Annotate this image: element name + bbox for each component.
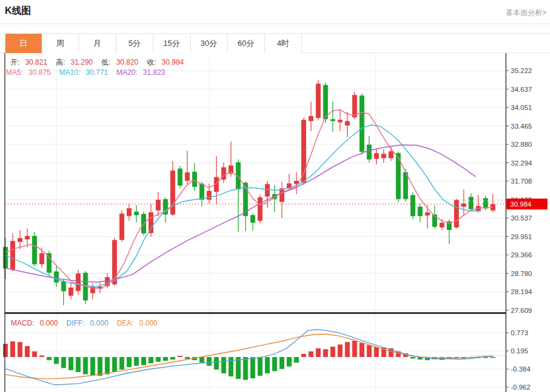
candle-body [411, 195, 415, 216]
price-tick-label: 31.708 [511, 178, 532, 185]
candle-body [330, 119, 335, 121]
candle-body [483, 198, 488, 208]
price-tick-label: 30.537 [511, 214, 532, 222]
legend-label: MACD: [11, 319, 36, 327]
tab-period-5[interactable]: 30分 [191, 34, 228, 53]
macd-legend: MACD: 0.000DIFF: 0.000DEA: 0.000 [11, 319, 166, 327]
kline-page: 35.22234.63734.05133.46532.88032.29431.7… [0, 0, 550, 392]
legend-value: 0.000 [40, 319, 58, 327]
candle-body [177, 169, 182, 185]
legend-value: 30.821 [25, 58, 48, 66]
legend-value: 31.823 [143, 68, 165, 77]
macd-bar [294, 357, 299, 362]
legend-label: 开: [10, 58, 22, 66]
dea-line [5, 334, 493, 379]
macd-bar [214, 357, 219, 370]
price-tick-label: 32.880 [511, 141, 532, 148]
tab-period-4[interactable]: 15分 [153, 34, 191, 53]
candle-body [389, 151, 394, 158]
legend-value: 30.820 [116, 58, 138, 66]
macd-bar [141, 357, 146, 365]
macd-bar [105, 357, 110, 374]
macd-bar [258, 357, 263, 376]
macd-bar [345, 342, 350, 357]
tab-period-1[interactable]: 周 [42, 34, 80, 53]
candle-body [374, 153, 379, 159]
tab-period-3[interactable]: 5分 [117, 34, 154, 53]
macd-bar [330, 347, 335, 357]
pane-separator [5, 312, 506, 314]
candle-body [61, 281, 66, 291]
macd-bar [3, 344, 8, 357]
macd-bar [229, 357, 234, 376]
macd-bar [68, 357, 73, 370]
ohlc-legend: 开: 30.821高: 31.290低: 30.820收: 30.984 [10, 57, 193, 68]
candle-body [258, 198, 263, 221]
candle-body [251, 215, 255, 223]
price-tick-label: 35.222 [511, 67, 532, 74]
price-tick-label: 28.194 [511, 288, 532, 295]
macd-bar [54, 357, 59, 364]
price-tick-label: 28.780 [511, 270, 532, 277]
macd-bar [359, 343, 364, 357]
macd-bar [25, 346, 30, 357]
candle-body [192, 172, 197, 187]
macd-bar [483, 357, 488, 358]
macd-bar [374, 347, 379, 358]
tab-period-6[interactable]: 60分 [228, 34, 265, 53]
legend-label: 高: [56, 58, 67, 66]
price-tick-label: 34.637 [511, 86, 532, 93]
candle-body [199, 184, 204, 200]
candle-body [39, 253, 44, 264]
legend-label: 收: [147, 58, 158, 66]
macd-bar [206, 357, 211, 366]
legend-value: 30.984 [162, 58, 184, 66]
fundamental-analysis-link[interactable]: 基本面分析> [506, 8, 546, 18]
macd-bar [352, 341, 357, 357]
candle-body [403, 172, 408, 199]
candle-body [76, 274, 81, 291]
ma5-line [5, 110, 493, 289]
price-tick-label: 34.051 [511, 104, 532, 111]
period-tabbar: 日周月5分15分30分60分4时 [0, 33, 550, 53]
candle-body [367, 145, 372, 159]
ma10-line [5, 125, 480, 287]
candle-body [280, 188, 284, 202]
candle-body [120, 214, 124, 240]
legend-value: 0.000 [139, 319, 158, 327]
macd-bar [10, 341, 15, 357]
macd-bar [251, 357, 255, 378]
macd-bar [272, 357, 277, 371]
macd-bar [185, 357, 190, 359]
macd-bar [287, 357, 292, 367]
tab-period-0[interactable]: 日 [5, 34, 42, 53]
candle-body [323, 85, 328, 120]
macd-bar [127, 357, 132, 367]
macd-bar [280, 357, 284, 369]
macd-tick-label: 0.195 [511, 347, 528, 355]
tab-period-2[interactable]: 月 [79, 34, 117, 53]
legend-label: DEA: [117, 319, 135, 327]
candle-body [185, 172, 190, 181]
candle-body [468, 197, 473, 209]
candle-body [32, 236, 37, 265]
macd-bar [156, 357, 161, 362]
macd-bar [170, 357, 175, 359]
macd-bar [323, 349, 328, 357]
candle-body [440, 223, 444, 228]
candle-body [316, 83, 321, 118]
candle-body [382, 154, 386, 158]
price-tick-label: 33.465 [511, 123, 532, 130]
candle-body [359, 95, 364, 152]
price-tick-label: 29.951 [511, 233, 532, 240]
candle-body [309, 116, 313, 121]
tab-period-7[interactable]: 4时 [265, 34, 302, 53]
macd-bar [337, 344, 342, 357]
macd-bar [367, 345, 372, 357]
macd-bar [98, 357, 103, 376]
macd-bar [61, 357, 66, 368]
candle-body [25, 236, 30, 240]
candle-body [134, 211, 139, 215]
candle-body [170, 170, 175, 214]
candle-body [156, 200, 161, 211]
